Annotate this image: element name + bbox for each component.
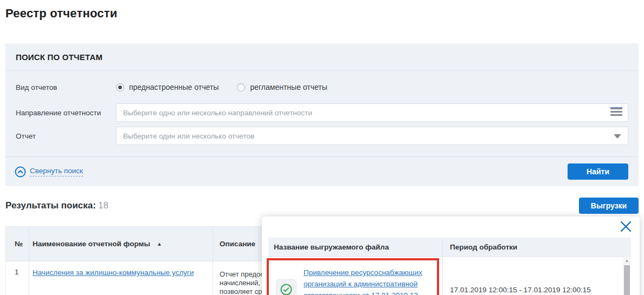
search-panel-title: ПОИСК ПО ОТЧЕТАМ [5,43,639,71]
chevron-down-icon[interactable] [614,134,621,139]
radio-selected-icon[interactable] [116,83,124,91]
collapse-circle-up-icon [15,166,26,178]
radio-unselected-icon[interactable] [237,83,245,91]
export-file-link[interactable]: Привлечение ресурсоснабжающих организаци… [304,267,437,295]
report-label: Отчет [16,132,116,140]
export-row: Привлечение ресурсоснабжающих организаци… [268,257,631,295]
results-title: Результаты поиска:18 [5,200,108,211]
exports-button[interactable]: Выгрузки [579,198,639,214]
report-type-label: Вид отчетов [16,83,116,91]
column-header-period: Период обработки [443,238,631,257]
radio-regulated-reports[interactable]: регламентные отчеты [237,83,327,91]
report-type-row: Вид отчетов преднастроенные отчеты регла… [16,78,628,96]
export-status-chip [276,279,297,295]
export-period: 17.01.2019 12:00:15 - 17.01.2019 12:00:1… [443,257,631,295]
direction-row: Направление отчетности [16,103,628,122]
popup-scrollbar[interactable]: ▲ [623,257,630,295]
column-header-num: № [6,227,29,261]
collapse-search-link[interactable]: Свернуть поиск [15,166,83,178]
results-count: 18 [98,200,108,211]
scroll-up-icon[interactable]: ▲ [623,257,630,264]
search-panel: ПОИСК ПО ОТЧЕТАМ Вид отчетов преднастрое… [5,43,639,186]
report-row: Отчет [16,127,628,145]
success-check-icon [280,283,293,295]
report-input[interactable] [116,127,628,145]
sort-asc-icon[interactable]: ▲ [157,241,162,247]
list-select-icon[interactable] [610,108,622,116]
report-type-radio-group: преднастроенные отчеты регламентные отче… [116,83,327,91]
report-form-link[interactable]: Начисления за жилищно-коммунальные услуг… [33,268,194,277]
column-header-file: Название выгружаемого файла [268,238,443,257]
page-title: Реестр отчетности [5,6,644,21]
scrollbar-thumb[interactable] [624,265,630,295]
radio-preconfigured-reports[interactable]: преднастроенные отчеты [116,83,218,91]
column-header-name-label: Наименование отчетной формы [33,240,150,248]
exports-table: Название выгружаемого файла Период обраб… [268,238,631,295]
radio-regulated-label: регламентные отчеты [250,83,327,91]
direction-label: Направление отчетности [16,109,116,117]
column-header-name[interactable]: Наименование отчетной формы ▲ [29,227,213,261]
row-number: 1 [6,261,29,295]
collapse-search-label: Свернуть поиск [30,167,83,176]
page: Реестр отчетности ПОИСК ПО ОТЧЕТАМ Вид о… [0,6,644,295]
exports-table-header: Название выгружаемого файла Период обраб… [268,238,631,257]
radio-preconfigured-label: преднастроенные отчеты [129,83,218,91]
results-label: Результаты поиска: [5,200,96,211]
find-button[interactable]: Найти [568,163,628,180]
close-icon[interactable] [619,219,633,233]
exports-popup: Название выгружаемого файла Период обраб… [262,217,640,295]
direction-input[interactable] [116,103,628,122]
